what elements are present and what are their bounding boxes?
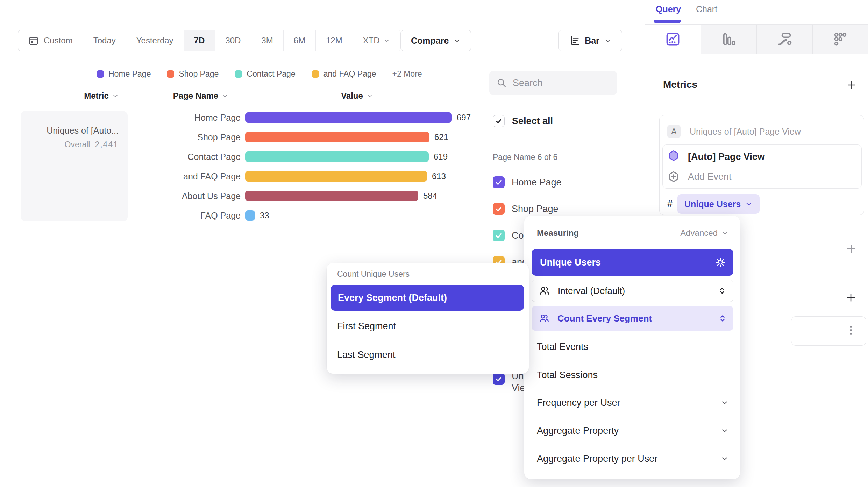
- active-tab-underline: [654, 20, 681, 23]
- add-filter-button[interactable]: [846, 244, 856, 254]
- date-range-label: 7D: [194, 36, 205, 45]
- measuring-option-total-events[interactable]: Total Events: [537, 340, 729, 354]
- compare-label: Compare: [411, 36, 449, 46]
- column-header-page-name[interactable]: Page Name: [169, 91, 232, 101]
- search-input[interactable]: [513, 78, 607, 89]
- bar-value-label: 33: [260, 210, 269, 221]
- count-option-first-segment[interactable]: First Segment: [337, 319, 396, 333]
- count-popup-title: Count Unique Users: [337, 269, 410, 279]
- date-range-yesterday[interactable]: Yesterday: [126, 30, 184, 51]
- hexagon-event-icon: [668, 150, 680, 164]
- flow-icon: [776, 31, 792, 47]
- bar-and-faq-page[interactable]: [245, 171, 427, 182]
- chevron-down-icon: [721, 229, 729, 237]
- advanced-label: Advanced: [680, 228, 718, 238]
- bar-category-label: Contact Page: [147, 151, 241, 162]
- gear-icon[interactable]: [715, 257, 726, 268]
- measuring-popup: Measuring Advanced Unique Users Interval…: [524, 216, 740, 479]
- metric-card-title: Uniques of [Auto] Page View: [690, 127, 801, 137]
- view-tab-funnel[interactable]: [701, 25, 757, 54]
- date-range-30d[interactable]: 30D: [215, 30, 251, 51]
- search-icon: [496, 78, 507, 88]
- add-metric-button[interactable]: [846, 80, 857, 90]
- checkbox-checked[interactable]: [493, 176, 505, 188]
- measuring-option-label: Aggregate Property per User: [537, 453, 657, 464]
- bar-home-page[interactable]: [245, 112, 452, 123]
- count-option-last-segment[interactable]: Last Segment: [337, 348, 396, 362]
- legend-item[interactable]: Contact Page: [235, 69, 295, 79]
- count-unique-users-popup: Count Unique Users Every Segment (Defaul…: [327, 263, 529, 374]
- add-breakdown-button[interactable]: [846, 292, 856, 303]
- chevron-down-icon: [745, 200, 753, 208]
- metrics-heading: Metrics: [663, 79, 697, 90]
- chevron-down-icon: [453, 37, 461, 44]
- date-range-6m[interactable]: 6M: [284, 30, 316, 51]
- advanced-dropdown[interactable]: Advanced: [680, 228, 729, 238]
- column-header-value[interactable]: Value: [338, 91, 376, 101]
- date-range-label: Today: [93, 36, 116, 45]
- tab-query[interactable]: Query: [656, 4, 681, 14]
- legend-item[interactable]: Shop Page: [167, 69, 219, 79]
- measuring-option-aggregate-property[interactable]: Aggregate Property: [537, 424, 729, 438]
- measuring-option-selected[interactable]: Unique Users: [532, 249, 733, 276]
- event-name: [Auto] Page View: [688, 151, 765, 162]
- date-range-xtd[interactable]: XTD: [353, 30, 400, 51]
- event-row[interactable]: [Auto] Page View: [668, 150, 765, 164]
- chevron-down-icon: [720, 454, 729, 463]
- hexagon-plus-icon: [668, 171, 680, 183]
- measuring-option-label: Total Events: [537, 341, 588, 352]
- funnel-icon: [721, 31, 737, 47]
- bar-category-label: and FAQ Page: [147, 171, 241, 182]
- select-all-checkbox[interactable]: [493, 115, 505, 127]
- bar-contact-page[interactable]: [245, 151, 429, 162]
- date-range-custom[interactable]: Custom: [18, 30, 83, 51]
- check-icon: [495, 117, 503, 125]
- bar-category-label: About Us Page: [147, 190, 241, 202]
- bar-value-label: 584: [423, 191, 437, 201]
- stepper-icon: [718, 314, 727, 323]
- add-event-label: Add Event: [688, 171, 732, 182]
- kebab-menu-icon[interactable]: [845, 324, 857, 336]
- measuring-option-total-sessions[interactable]: Total Sessions: [537, 368, 729, 382]
- legend-more[interactable]: +2 More: [392, 69, 422, 79]
- horizontal-bar-chart-icon: [569, 35, 580, 46]
- view-tab-flow[interactable]: [756, 25, 812, 54]
- measuring-selected-label: Unique Users: [540, 257, 601, 268]
- sidebar-item-home-page[interactable]: Home Page: [493, 176, 562, 188]
- view-tab-retention[interactable]: [812, 25, 868, 54]
- chart-type-label: Bar: [585, 36, 599, 46]
- bar-faq-page[interactable]: [245, 210, 255, 221]
- date-range-7d[interactable]: 7D: [184, 30, 215, 51]
- checkbox-checked[interactable]: [493, 230, 505, 241]
- search-box[interactable]: [489, 71, 617, 95]
- measuring-title: Measuring: [537, 228, 579, 238]
- measuring-option-interval-default[interactable]: Interval (Default): [532, 280, 733, 302]
- legend-label: Shop Page: [179, 69, 219, 79]
- view-tab-insights[interactable]: [645, 25, 701, 54]
- date-range-12m[interactable]: 12M: [316, 30, 353, 51]
- insights-icon: [665, 31, 681, 47]
- compare-button[interactable]: Compare: [401, 30, 471, 51]
- legend-swatch: [235, 70, 242, 78]
- column-header-metric[interactable]: Metric: [79, 91, 124, 101]
- bar-shop-page[interactable]: [245, 132, 429, 142]
- measuring-option-frequency-per-user[interactable]: Frequency per User: [537, 396, 729, 410]
- bar-about-us-page[interactable]: [245, 191, 418, 201]
- legend-item[interactable]: Home Page: [97, 69, 151, 79]
- count-option-selected[interactable]: Every Segment (Default): [331, 285, 524, 311]
- date-range-today[interactable]: Today: [83, 30, 126, 51]
- date-range-3m[interactable]: 3M: [251, 30, 283, 51]
- sidebar-item-shop-page[interactable]: Shop Page: [493, 203, 558, 215]
- chart-type-button[interactable]: Bar: [558, 30, 622, 51]
- tab-chart[interactable]: Chart: [696, 4, 717, 14]
- select-all-row[interactable]: Select all: [493, 115, 553, 127]
- checkbox-checked[interactable]: [493, 203, 505, 215]
- measuring-option-count-every-segment[interactable]: Count Every Segment: [532, 306, 733, 331]
- add-event-button[interactable]: Add Event: [668, 171, 732, 183]
- legend-item[interactable]: and FAQ Page: [312, 69, 376, 79]
- measuring-option-aggregate-property-per-user[interactable]: Aggregate Property per User: [537, 452, 729, 466]
- check-icon: [495, 205, 503, 213]
- counting-method-pill[interactable]: Unique Users: [677, 194, 760, 214]
- legend-swatch: [167, 70, 174, 78]
- checkbox-checked[interactable]: [493, 373, 505, 385]
